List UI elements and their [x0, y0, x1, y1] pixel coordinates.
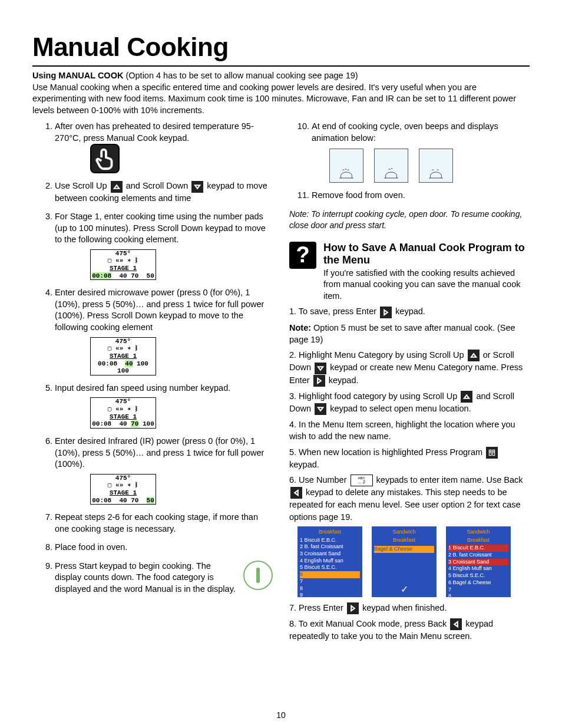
scroll-down-icon [315, 363, 326, 374]
how-to-save-body: 1. To save, press Enter keypad. Note: Op… [289, 305, 530, 642]
step-8: Place food in oven. [55, 542, 273, 554]
back-icon [450, 618, 462, 630]
menu-screen-2: Sandwich Breakfast Bagel & Cheese ✓ [372, 526, 437, 597]
how-to-save-header: ? How to Save A Manual Cook Program to t… [289, 242, 530, 302]
step-10: At end of cooking cycle, oven beeps and … [312, 121, 530, 183]
manual-cook-keypad-icon [90, 144, 120, 173]
scroll-up-icon [461, 391, 472, 403]
program-icon [486, 447, 498, 459]
back-icon [290, 487, 302, 499]
page-number: 10 [0, 710, 562, 720]
step-11: Remove food from oven. [312, 190, 530, 202]
step-6: Enter desired Infrared (IR) power (press… [55, 436, 273, 505]
lcd-stage1-time: 475° ▢ «» ✶ ⧘ STAGE 1 00:08 40 70 50 [90, 249, 156, 281]
check-icon: ✓ [401, 584, 408, 596]
start-icon [243, 561, 273, 590]
enter-icon [380, 307, 392, 318]
intro-rest: (Option 4 has to be set to allow manual … [123, 71, 358, 80]
how-to-save-sub: If you're satisfied with the cooking res… [323, 268, 521, 301]
step-7: Repeat steps 2-6 for each cooking stage,… [55, 512, 273, 535]
right-step-list: At end of cooking cycle, oven beeps and … [289, 121, 530, 202]
step-9: Press Start keypad to begin cooking. The… [55, 561, 273, 595]
anim-frame-3 [419, 149, 453, 183]
scroll-up-icon [111, 181, 123, 193]
question-mark-icon: ? [289, 242, 316, 269]
left-step-list: After oven has preheated to desired temp… [32, 121, 273, 595]
anim-frame-1 [329, 149, 363, 183]
end-animation [329, 149, 530, 183]
divider [32, 65, 530, 67]
how-to-save-title: How to Save A Manual Cook Program to the… [323, 242, 530, 266]
lcd-stage1-fan: 475° ▢ «» ✶ ⧘ STAGE 1 00:08 40 70 100 [90, 397, 156, 429]
intro-bold: Using MANUAL COOK [32, 71, 123, 80]
step-4: Enter desired microwave power (press 0 (… [55, 287, 273, 375]
step-3: For Stage 1, enter cooking time using th… [55, 211, 273, 280]
interrupt-note: Note: To interrupt cooking cycle, open d… [289, 209, 530, 231]
left-column: After oven has preheated to desired temp… [32, 121, 273, 645]
number-keypad-icon: ABC... 2 [351, 475, 373, 486]
page-title: Manual Cooking [32, 32, 530, 62]
step-1: After oven has preheated to desired temp… [55, 121, 273, 173]
intro-body: Use Manual cooking when a specific enter… [32, 83, 516, 115]
menu-screen-3: Sandwich Breakfast 1 Biscuit E.B.C. 2 B.… [446, 526, 511, 597]
lcd-stage1-mw: 475° ▢ «» ✶ ⧘ STAGE 1 00:08 40 100 100 [90, 337, 156, 375]
right-column: At end of cooking cycle, oven beeps and … [289, 121, 530, 645]
intro-paragraph: Using MANUAL COOK (Option 4 has to be se… [32, 70, 530, 116]
step-5: Input desired fan speed using number key… [55, 383, 273, 429]
scroll-down-icon [191, 181, 203, 193]
anim-frame-2 [374, 149, 408, 183]
enter-icon [313, 375, 325, 387]
menu-screen-1: Breakfast 1 Biscuit E.B.C. 2 B. fast Cro… [297, 526, 362, 597]
scroll-up-icon [468, 350, 480, 361]
menu-screens: Breakfast 1 Biscuit E.B.C. 2 B. fast Cro… [297, 526, 530, 597]
lcd-stage1-ir: 475° ▢ «» ✶ ⧘ STAGE 1 00:08 40 70 50 [90, 474, 156, 505]
scroll-down-icon [315, 403, 326, 415]
step-2: Use Scroll Up and Scroll Down keypad to … [55, 180, 273, 204]
